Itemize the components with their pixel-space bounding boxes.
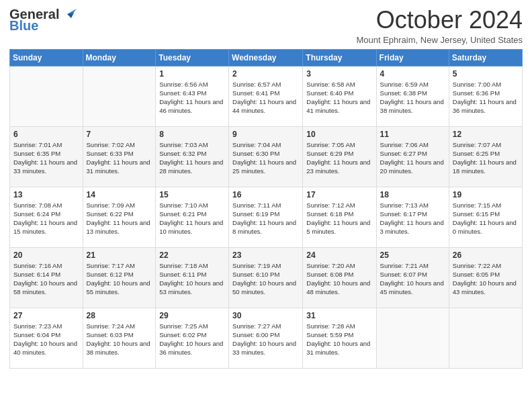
day-info: Sunrise: 7:04 AMSunset: 6:30 PMDaylight:… bbox=[232, 140, 299, 176]
day-number: 31 bbox=[306, 311, 372, 320]
calendar-cell: 21Sunrise: 7:17 AMSunset: 6:12 PMDayligh… bbox=[83, 247, 156, 308]
day-number: 28 bbox=[87, 311, 152, 320]
day-number: 21 bbox=[87, 250, 152, 260]
calendar-cell bbox=[449, 308, 522, 368]
calendar-cell: 7Sunrise: 7:02 AMSunset: 6:33 PMDaylight… bbox=[83, 126, 156, 187]
day-number: 16 bbox=[232, 190, 299, 199]
day-number: 2 bbox=[232, 69, 299, 79]
calendar-cell: 28Sunrise: 7:24 AMSunset: 6:03 PMDayligh… bbox=[83, 308, 156, 368]
calendar-cell: 17Sunrise: 7:12 AMSunset: 6:18 PMDayligh… bbox=[303, 187, 376, 247]
day-info: Sunrise: 6:59 AMSunset: 6:38 PMDaylight:… bbox=[380, 80, 445, 116]
location: Mount Ephraim, New Jersey, United States bbox=[356, 35, 523, 45]
day-info: Sunrise: 7:13 AMSunset: 6:17 PMDaylight:… bbox=[380, 201, 445, 236]
calendar-cell: 5Sunrise: 7:00 AMSunset: 6:36 PMDaylight… bbox=[449, 66, 522, 126]
calendar-cell: 13Sunrise: 7:08 AMSunset: 6:24 PMDayligh… bbox=[10, 187, 83, 247]
calendar-cell: 12Sunrise: 7:07 AMSunset: 6:25 PMDayligh… bbox=[449, 126, 522, 187]
day-number: 24 bbox=[306, 250, 372, 260]
day-number: 12 bbox=[453, 130, 519, 139]
day-info: Sunrise: 7:09 AMSunset: 6:22 PMDaylight:… bbox=[87, 201, 152, 236]
calendar-cell: 27Sunrise: 7:23 AMSunset: 6:04 PMDayligh… bbox=[10, 308, 83, 368]
day-number: 22 bbox=[159, 250, 225, 260]
day-info: Sunrise: 7:23 AMSunset: 6:04 PMDaylight:… bbox=[13, 322, 79, 357]
calendar-week-5: 27Sunrise: 7:23 AMSunset: 6:04 PMDayligh… bbox=[10, 308, 523, 368]
day-info: Sunrise: 7:01 AMSunset: 6:35 PMDaylight:… bbox=[13, 140, 79, 176]
day-number: 10 bbox=[306, 130, 372, 139]
day-info: Sunrise: 7:21 AMSunset: 6:07 PMDaylight:… bbox=[380, 261, 445, 297]
day-number: 7 bbox=[87, 130, 152, 139]
day-info: Sunrise: 7:28 AMSunset: 5:59 PMDaylight:… bbox=[306, 322, 372, 357]
calendar-cell: 2Sunrise: 6:57 AMSunset: 6:41 PMDaylight… bbox=[229, 66, 303, 126]
day-info: Sunrise: 7:18 AMSunset: 6:11 PMDaylight:… bbox=[159, 261, 225, 297]
day-number: 19 bbox=[453, 190, 519, 199]
day-info: Sunrise: 7:20 AMSunset: 6:08 PMDaylight:… bbox=[306, 261, 372, 297]
day-info: Sunrise: 7:11 AMSunset: 6:19 PMDaylight:… bbox=[232, 201, 299, 236]
day-info: Sunrise: 7:25 AMSunset: 6:02 PMDaylight:… bbox=[159, 322, 225, 357]
day-info: Sunrise: 7:22 AMSunset: 6:05 PMDaylight:… bbox=[453, 261, 519, 297]
day-number: 8 bbox=[159, 130, 225, 139]
calendar-cell bbox=[10, 66, 83, 126]
calendar-header-row: SundayMondayTuesdayWednesdayThursdayFrid… bbox=[10, 49, 523, 66]
calendar-cell: 23Sunrise: 7:19 AMSunset: 6:10 PMDayligh… bbox=[229, 247, 303, 308]
calendar-cell: 18Sunrise: 7:13 AMSunset: 6:17 PMDayligh… bbox=[376, 187, 449, 247]
day-info: Sunrise: 7:27 AMSunset: 6:00 PMDaylight:… bbox=[232, 322, 299, 357]
calendar-cell: 22Sunrise: 7:18 AMSunset: 6:11 PMDayligh… bbox=[156, 247, 229, 308]
calendar-cell: 15Sunrise: 7:10 AMSunset: 6:21 PMDayligh… bbox=[156, 187, 229, 247]
calendar-cell: 14Sunrise: 7:09 AMSunset: 6:22 PMDayligh… bbox=[83, 187, 156, 247]
calendar-cell: 6Sunrise: 7:01 AMSunset: 6:35 PMDaylight… bbox=[10, 126, 83, 187]
day-number: 20 bbox=[13, 250, 79, 260]
day-number: 15 bbox=[159, 190, 225, 199]
day-number: 27 bbox=[13, 311, 79, 320]
day-number: 5 bbox=[453, 69, 519, 79]
calendar-cell: 9Sunrise: 7:04 AMSunset: 6:30 PMDaylight… bbox=[229, 126, 303, 187]
calendar-week-3: 13Sunrise: 7:08 AMSunset: 6:24 PMDayligh… bbox=[10, 187, 523, 247]
day-info: Sunrise: 7:17 AMSunset: 6:12 PMDaylight:… bbox=[87, 261, 152, 297]
col-header-thursday: Thursday bbox=[303, 49, 376, 66]
col-header-monday: Monday bbox=[83, 49, 156, 66]
day-info: Sunrise: 6:58 AMSunset: 6:40 PMDaylight:… bbox=[306, 80, 372, 116]
header: General Blue October 2024 Mount Ephraim,… bbox=[9, 7, 523, 45]
day-number: 14 bbox=[87, 190, 152, 199]
logo: General Blue bbox=[9, 7, 77, 32]
col-header-tuesday: Tuesday bbox=[156, 49, 229, 66]
day-info: Sunrise: 7:10 AMSunset: 6:21 PMDaylight:… bbox=[159, 201, 225, 236]
page-container: General Blue October 2024 Mount Ephraim,… bbox=[0, 0, 532, 375]
day-info: Sunrise: 7:24 AMSunset: 6:03 PMDaylight:… bbox=[87, 322, 152, 357]
day-info: Sunrise: 7:00 AMSunset: 6:36 PMDaylight:… bbox=[453, 80, 519, 116]
day-number: 30 bbox=[232, 311, 299, 320]
month-title: October 2024 bbox=[356, 7, 523, 34]
calendar-cell bbox=[376, 308, 449, 368]
calendar-cell: 25Sunrise: 7:21 AMSunset: 6:07 PMDayligh… bbox=[376, 247, 449, 308]
col-header-sunday: Sunday bbox=[10, 49, 83, 66]
logo-blue: Blue bbox=[9, 19, 38, 32]
day-number: 25 bbox=[380, 250, 445, 260]
day-info: Sunrise: 7:05 AMSunset: 6:29 PMDaylight:… bbox=[306, 140, 372, 176]
day-number: 23 bbox=[232, 250, 299, 260]
day-number: 18 bbox=[380, 190, 445, 199]
day-info: Sunrise: 7:19 AMSunset: 6:10 PMDaylight:… bbox=[232, 261, 299, 297]
calendar-cell: 30Sunrise: 7:27 AMSunset: 6:00 PMDayligh… bbox=[229, 308, 303, 368]
day-info: Sunrise: 7:02 AMSunset: 6:33 PMDaylight:… bbox=[87, 140, 152, 176]
day-number: 9 bbox=[232, 130, 299, 139]
calendar-cell: 11Sunrise: 7:06 AMSunset: 6:27 PMDayligh… bbox=[376, 126, 449, 187]
day-info: Sunrise: 7:06 AMSunset: 6:27 PMDaylight:… bbox=[380, 140, 445, 176]
calendar-cell: 26Sunrise: 7:22 AMSunset: 6:05 PMDayligh… bbox=[449, 247, 522, 308]
day-number: 26 bbox=[453, 250, 519, 260]
day-info: Sunrise: 7:12 AMSunset: 6:18 PMDaylight:… bbox=[306, 201, 372, 236]
calendar-cell: 29Sunrise: 7:25 AMSunset: 6:02 PMDayligh… bbox=[156, 308, 229, 368]
day-number: 17 bbox=[306, 190, 372, 199]
calendar-week-2: 6Sunrise: 7:01 AMSunset: 6:35 PMDaylight… bbox=[10, 126, 523, 187]
day-number: 11 bbox=[380, 130, 445, 139]
day-number: 4 bbox=[380, 69, 445, 79]
day-info: Sunrise: 6:56 AMSunset: 6:43 PMDaylight:… bbox=[159, 80, 225, 116]
day-number: 29 bbox=[159, 311, 225, 320]
day-number: 3 bbox=[306, 69, 372, 79]
logo-bird-icon bbox=[62, 9, 77, 19]
day-number: 13 bbox=[13, 190, 79, 199]
calendar-cell: 31Sunrise: 7:28 AMSunset: 5:59 PMDayligh… bbox=[303, 308, 376, 368]
col-header-friday: Friday bbox=[376, 49, 449, 66]
calendar-cell: 1Sunrise: 6:56 AMSunset: 6:43 PMDaylight… bbox=[156, 66, 229, 126]
calendar-cell: 24Sunrise: 7:20 AMSunset: 6:08 PMDayligh… bbox=[303, 247, 376, 308]
day-info: Sunrise: 7:03 AMSunset: 6:32 PMDaylight:… bbox=[159, 140, 225, 176]
calendar-cell: 4Sunrise: 6:59 AMSunset: 6:38 PMDaylight… bbox=[376, 66, 449, 126]
day-info: Sunrise: 6:57 AMSunset: 6:41 PMDaylight:… bbox=[232, 80, 299, 116]
